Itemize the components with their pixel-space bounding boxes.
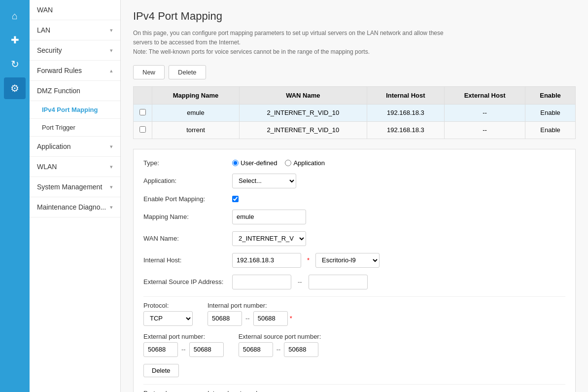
- settings-button[interactable]: ⚙: [4, 77, 26, 99]
- external-source-label: External Source IP Address:: [143, 278, 227, 285]
- sidebar-item-forward-rules[interactable]: Forward Rules ▴: [30, 61, 120, 81]
- sidebar-item-application[interactable]: Application ▾: [30, 137, 120, 157]
- application-select[interactable]: Select...: [232, 174, 296, 188]
- protocol1-label: Protocol:: [143, 302, 193, 309]
- refresh-button[interactable]: ↻: [4, 53, 26, 75]
- col-internal-host: Internal Host: [367, 86, 444, 104]
- wan-name-select[interactable]: 2_INTERNET_R_VI: [232, 231, 306, 246]
- enable-row: Enable Port Mapping:: [143, 195, 565, 203]
- ext-source-port-to-1[interactable]: [284, 342, 318, 357]
- enable-label: Enable Port Mapping:: [143, 195, 227, 203]
- type-application-label[interactable]: Application: [285, 159, 325, 167]
- application-label: Application:: [143, 177, 227, 184]
- protocol1-select[interactable]: TCP: [143, 311, 193, 326]
- home-button[interactable]: ⌂: [4, 5, 26, 27]
- internal-port-to-1[interactable]: [253, 311, 288, 326]
- col-enable: Enable: [525, 86, 576, 104]
- main-content: IPv4 Port Mapping On this page, you can …: [121, 0, 588, 392]
- table-row[interactable]: torrent 2_INTERNET_R_VID_10 192.168.18.3…: [134, 121, 576, 139]
- external-port-to-1[interactable]: [189, 342, 224, 357]
- internal-host-cell: 192.168.18.3: [367, 104, 444, 121]
- new-button[interactable]: New: [133, 65, 165, 79]
- type-user-defined-radio[interactable]: [232, 160, 239, 166]
- col-wan-name: WAN Name: [240, 86, 367, 104]
- mapping-name-cell: torrent: [152, 121, 240, 139]
- col-checkbox: [134, 86, 152, 104]
- external-port-from-1[interactable]: [143, 342, 178, 357]
- internal-port-label-1: Internal port number:: [208, 302, 292, 309]
- col-mapping-name: Mapping Name: [152, 86, 240, 104]
- required-star: *: [307, 256, 310, 264]
- sidebar: WAN LAN ▾ Security ▾ Forward Rules ▴ DMZ…: [30, 0, 121, 392]
- port-row-1: Protocol: TCP Internal port number: -- *: [143, 302, 565, 326]
- dash-separator: --: [277, 346, 281, 353]
- wan-name-label: WAN Name:: [143, 235, 227, 242]
- sidebar-item-port-trigger[interactable]: Port Trigger: [30, 119, 120, 137]
- external-source-to-input[interactable]: [309, 275, 368, 289]
- row-checkbox[interactable]: [139, 126, 146, 133]
- type-radio-group: User-defined Application: [232, 159, 325, 167]
- ext-source-port-group-1: External source port number: --: [239, 333, 321, 357]
- toolbar: New Delete: [133, 65, 576, 79]
- icon-bar: ⌂ ✚ ↻ ⚙: [0, 0, 30, 392]
- required-star: *: [290, 315, 292, 322]
- internal-port-from-1[interactable]: [208, 311, 242, 326]
- delete-entry-button[interactable]: Delete: [143, 364, 179, 377]
- chevron-down-icon: ▾: [110, 204, 113, 211]
- internal-host-input[interactable]: [232, 253, 301, 268]
- enable-checkbox[interactable]: [232, 196, 239, 202]
- internal-host-row: Internal Host: * Escritorio-l9: [143, 253, 565, 268]
- sidebar-item-wlan[interactable]: WLAN ▾: [30, 157, 120, 177]
- enable-cell: Enable: [525, 121, 576, 139]
- ext-source-port-label-1: External source port number:: [239, 333, 321, 340]
- wan-name-cell: 2_INTERNET_R_VID_10: [240, 104, 367, 121]
- external-port-group-1: External port number: --: [143, 333, 224, 357]
- protocol2-group: Protocol: UDP: [143, 390, 193, 392]
- mapping-name-cell: emule: [152, 104, 240, 121]
- row-checkbox[interactable]: [139, 109, 146, 115]
- type-user-defined-label[interactable]: User-defined: [232, 159, 277, 167]
- external-port-label-1: External port number:: [143, 333, 224, 340]
- sidebar-item-ipv4-port[interactable]: IPv4 Port Mapping: [30, 101, 120, 119]
- row-checkbox-cell[interactable]: [134, 121, 152, 139]
- external-host-cell: --: [445, 121, 525, 139]
- chevron-down-icon: ▾: [110, 47, 113, 54]
- chevron-down-icon: ▾: [110, 143, 113, 150]
- wan-name-cell: 2_INTERNET_R_VID_10: [240, 121, 367, 139]
- ext-source-port-from-1[interactable]: [239, 342, 273, 357]
- external-source-row: External Source IP Address: --: [143, 275, 565, 289]
- row-checkbox-cell[interactable]: [134, 104, 152, 121]
- enable-cell: Enable: [525, 104, 576, 121]
- sidebar-item-dmz[interactable]: DMZ Function: [30, 81, 120, 101]
- internal-port-group-2: Internal port number: -- *: [208, 390, 292, 392]
- internal-host-cell: 192.168.18.3: [367, 121, 444, 139]
- mapping-name-input[interactable]: [232, 210, 306, 224]
- dash-separator: --: [298, 278, 302, 285]
- internal-port-label-2: Internal port number:: [208, 390, 292, 392]
- internal-port-group-1: Internal port number: -- *: [208, 302, 292, 326]
- type-label: Type:: [143, 159, 227, 167]
- form-section: Type: User-defined Application Applicati…: [133, 149, 576, 392]
- chevron-down-icon: ▾: [110, 184, 113, 190]
- col-external-host: External Host: [445, 86, 525, 104]
- delete-button[interactable]: Delete: [169, 65, 206, 79]
- protocol1-group: Protocol: TCP: [143, 302, 193, 326]
- sidebar-item-system-mgmt[interactable]: System Management ▾: [30, 177, 120, 197]
- sidebar-item-maintenance[interactable]: Maintenance Diagno... ▾: [30, 197, 120, 217]
- external-source-from-input[interactable]: [232, 275, 291, 289]
- page-description: On this page, you can configure port map…: [133, 29, 576, 57]
- sidebar-item-lan[interactable]: LAN ▾: [30, 20, 120, 40]
- type-application-radio[interactable]: [285, 160, 291, 166]
- mapping-table: Mapping Name WAN Name Internal Host Exte…: [133, 86, 576, 139]
- internal-host-select[interactable]: Escritorio-l9: [315, 253, 380, 268]
- sidebar-item-wan[interactable]: WAN: [30, 0, 120, 20]
- table-row[interactable]: emule 2_INTERNET_R_VID_10 192.168.18.3 -…: [134, 104, 576, 121]
- chevron-down-icon: ▾: [110, 27, 113, 34]
- add-button[interactable]: ✚: [4, 29, 26, 51]
- wan-name-row: WAN Name: 2_INTERNET_R_VI: [143, 231, 565, 246]
- page-title: IPv4 Port Mapping: [133, 10, 576, 23]
- dash-separator: --: [181, 346, 186, 353]
- sidebar-item-security[interactable]: Security ▾: [30, 40, 120, 61]
- mapping-name-row: Mapping Name:: [143, 210, 565, 224]
- external-host-cell: --: [445, 104, 525, 121]
